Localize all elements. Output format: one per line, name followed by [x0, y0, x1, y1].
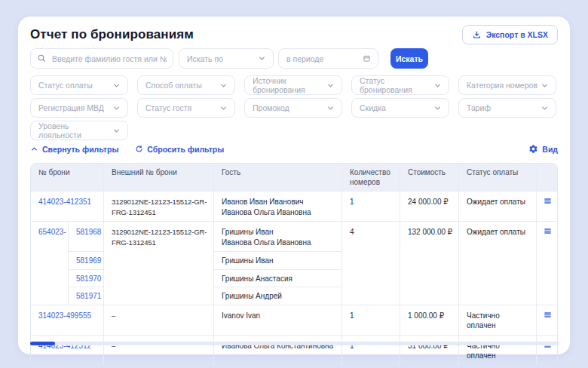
filter-label: Уровень лояльности — [38, 121, 112, 140]
collapse-filters-link[interactable]: Свернуть фильтры — [30, 145, 118, 154]
filter-label: Источник бронирования — [253, 76, 326, 94]
booking-link[interactable]: 654023- — [31, 222, 69, 305]
guest-cell: Гришины Иван — [214, 252, 342, 270]
payment-status: Частично оплачен — [459, 305, 537, 335]
chevron-down-icon — [112, 81, 121, 90]
period-date-input[interactable]: в периоде — [278, 48, 378, 69]
sub-booking-link[interactable]: 581969 — [69, 252, 104, 270]
row-menu-icon — [544, 197, 552, 205]
filter-payment-method[interactable]: Способ оплаты — [137, 75, 235, 95]
row-menu-button[interactable] — [544, 311, 552, 319]
sub-booking-link[interactable]: 581968 — [69, 222, 104, 252]
chevron-up-icon — [30, 145, 38, 153]
filter-booking-source[interactable]: Источник бронирования — [244, 75, 342, 95]
payment-status: Ожидает оплаты — [459, 222, 537, 305]
guest-cell: Гришины Иван Иванова Ольга Ивановна — [214, 222, 342, 252]
booking-link[interactable]: 314023-499555 — [31, 305, 104, 335]
external-booking-no: 3129012NE-12123-15512-GR-FRG-1312451 — [104, 192, 214, 222]
table-row: 314023-499555 – Ivanov Ivan 1 1 000.00 ₽… — [31, 305, 559, 335]
column-header-booking-no: № брони — [31, 164, 104, 192]
booking-link[interactable]: 414023-412351 — [31, 192, 104, 222]
search-row: Искать по в периоде Искать — [30, 48, 558, 69]
guest-name: Иванов Иван Иванович — [222, 197, 334, 207]
search-field — [30, 48, 173, 69]
view-settings-label: Вид — [542, 145, 558, 154]
filter-guest-status[interactable]: Статус гостя — [137, 98, 235, 118]
sub-booking-link[interactable]: 581971 — [69, 287, 104, 305]
search-icon — [37, 54, 46, 63]
reset-filters-link[interactable]: Сбросить фильтры — [135, 145, 224, 154]
guest-cell: Иванов Иван Иванович Иванова Ольга Ивано… — [214, 192, 342, 222]
period-label: в периоде — [286, 54, 323, 63]
external-booking-no: – — [104, 305, 214, 335]
filter-room-category[interactable]: Категория номеров — [458, 75, 556, 95]
sub-booking-link[interactable]: 581970 — [69, 269, 104, 287]
external-booking-no: 3129012NE-12123-15512-GR-FRG-1312451 — [104, 222, 214, 305]
booking-report-card: Отчет по бронированиям Экспорт в XLSX Ис… — [18, 17, 570, 354]
cost-cell: 24 000.00 ₽ — [400, 192, 459, 222]
actions-cell — [537, 192, 559, 222]
chevron-down-icon — [219, 81, 228, 90]
rooms-count: 1 — [342, 335, 400, 365]
guest-name: Гришины Анастасия — [222, 274, 334, 284]
filter-label: Категория номеров — [467, 81, 537, 90]
collapse-filters-label: Свернуть фильтры — [42, 145, 118, 154]
filter-row-2: Регистрация МВД Статус гостя Промокод Ск… — [30, 98, 558, 118]
filter-label: Статус оплаты — [38, 81, 93, 90]
chevron-down-icon — [258, 54, 266, 63]
filter-row-3: Уровень лояльности — [30, 121, 558, 140]
horizontal-scrollbar-track[interactable] — [30, 342, 559, 345]
rooms-count: 4 — [342, 222, 400, 305]
guest-name: Гришины Иван — [222, 227, 334, 238]
chevron-down-icon — [326, 81, 335, 90]
view-settings-button[interactable]: Вид — [528, 144, 558, 154]
actions-cell — [537, 335, 559, 365]
filter-label: Тариф — [467, 103, 491, 112]
filter-payment-status[interactable]: Статус оплаты — [30, 75, 128, 95]
chevron-down-icon — [433, 104, 442, 112]
bookings-table: № брони Внешний № брони Гость Количество… — [30, 163, 558, 366]
filter-discount[interactable]: Скидка — [351, 98, 449, 118]
reset-filters-label: Сбросить фильтры — [147, 145, 224, 154]
export-xlsx-button[interactable]: Экспорт в XLSX — [462, 25, 558, 44]
filter-booking-status[interactable]: Статус бронирования — [351, 75, 449, 95]
filter-label: Регистрация МВД — [38, 103, 104, 112]
guest-name: Гришины Иван — [222, 256, 334, 266]
rooms-count: 1 — [342, 305, 400, 335]
calendar-icon — [363, 54, 371, 63]
table-header-row: № брони Внешний № брони Гость Количество… — [31, 164, 559, 192]
guest-cell: Иванова Ольга Константиновна — [214, 335, 342, 365]
row-menu-icon — [544, 311, 552, 319]
chevron-down-icon — [112, 104, 121, 112]
column-header-payment-status: Статус оплаты — [459, 164, 537, 192]
guest-name: Ivanov Ivan — [222, 311, 334, 321]
filter-tariff[interactable]: Тариф — [458, 98, 556, 118]
search-submit-button[interactable]: Искать — [390, 48, 428, 69]
download-icon — [472, 30, 482, 40]
column-header-guest: Гость — [214, 164, 342, 192]
row-menu-button[interactable] — [544, 197, 552, 205]
filter-loyalty-level[interactable]: Уровень лояльности — [30, 121, 128, 140]
refresh-icon — [135, 145, 143, 153]
column-header-external-no: Внешний № брони — [104, 164, 214, 192]
booking-link[interactable]: 414023-412312 — [31, 335, 104, 365]
filter-mvd-registration[interactable]: Регистрация МВД — [30, 98, 128, 118]
guest-name: Иванова Ольга Ивановна — [222, 207, 334, 218]
filter-label: Скидка — [360, 103, 386, 112]
filter-row-1: Статус оплаты Способ оплаты Источник бро… — [30, 75, 558, 95]
row-menu-button[interactable] — [544, 227, 552, 235]
chevron-down-icon — [219, 104, 228, 112]
column-header-actions — [537, 164, 559, 192]
table-row: 414023-412312 – Иванова Ольга Константин… — [31, 335, 559, 365]
payment-status: Ожидает оплаты — [459, 192, 537, 222]
filter-label: Статус бронирования — [360, 76, 433, 94]
actions-cell — [537, 305, 559, 335]
horizontal-scrollbar-thumb[interactable] — [30, 342, 55, 345]
search-input[interactable] — [30, 48, 173, 69]
rooms-count: 1 — [342, 192, 400, 222]
search-by-select[interactable]: Искать по — [179, 48, 274, 69]
filter-promocode[interactable]: Промокод — [244, 98, 342, 118]
export-button-label: Экспорт в XLSX — [486, 30, 548, 39]
table-row: 414023-412351 3129012NE-12123-15512-GR-F… — [31, 192, 559, 222]
guest-cell: Ivanov Ivan — [214, 305, 342, 335]
